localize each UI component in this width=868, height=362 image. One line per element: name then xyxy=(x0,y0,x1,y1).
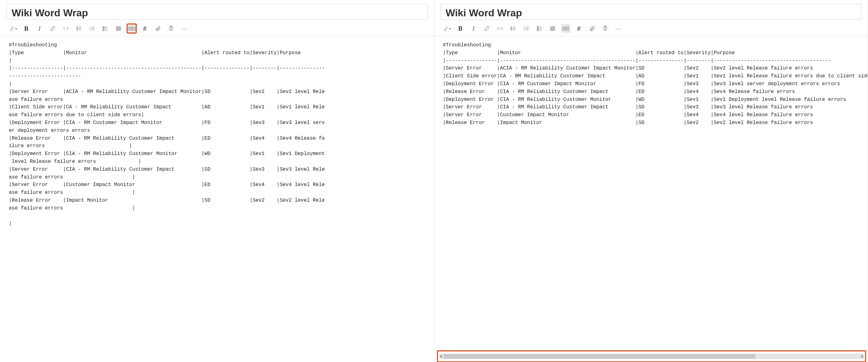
toolbar: ▾ B I 123 Abc # ··· xyxy=(0,21,434,36)
more-button[interactable]: ··· xyxy=(614,24,623,33)
title-input[interactable]: Wiki Word Wrap xyxy=(440,4,862,20)
code-button[interactable] xyxy=(496,24,504,33)
toolbar: ▾ B I 123 Abc # ··· xyxy=(434,21,868,36)
italic-button[interactable]: I xyxy=(469,24,478,33)
editor-text[interactable]: #Troubleshooting |Type |Monitor |Alert r… xyxy=(434,36,868,132)
svg-point-29 xyxy=(510,29,511,30)
svg-point-25 xyxy=(510,27,511,27)
abc-icon: Abc xyxy=(562,27,569,30)
editor-content-area[interactable]: #Troubleshooting |Type |Monitor |Alert r… xyxy=(434,36,868,362)
paste-markdown-button[interactable] xyxy=(167,24,176,33)
title-input[interactable]: Wiki Word Wrap xyxy=(6,4,428,20)
paste-markdown-button[interactable] xyxy=(601,24,610,33)
horizontal-scrollbar[interactable] xyxy=(439,354,864,359)
svg-point-0 xyxy=(77,27,78,27)
bold-button[interactable]: B xyxy=(456,24,465,33)
numbered-list-button[interactable]: 123 xyxy=(522,24,531,33)
editor-content-area[interactable]: #Troubleshooting |Type |Monitor |Alert r… xyxy=(0,36,434,362)
page-title: Wiki Word Wrap xyxy=(11,7,422,19)
page-title: Wiki Word Wrap xyxy=(446,7,857,19)
editor-pane-right: Wiki Word Wrap ▾ B I 123 Abc # ··· #Trou… xyxy=(434,0,868,362)
bold-button[interactable]: B xyxy=(22,24,31,33)
checklist-button[interactable] xyxy=(535,24,544,33)
link-button[interactable] xyxy=(48,24,57,33)
attach-button[interactable] xyxy=(154,24,162,33)
mention-hash-button[interactable]: # xyxy=(141,24,149,33)
svg-rect-39 xyxy=(537,28,538,29)
bullet-list-button[interactable] xyxy=(509,24,518,33)
svg-rect-37 xyxy=(537,26,538,28)
svg-point-4 xyxy=(77,29,78,30)
bullet-list-button[interactable] xyxy=(74,24,83,33)
checklist-button[interactable] xyxy=(101,24,110,33)
svg-text:3: 3 xyxy=(90,29,91,31)
svg-rect-43 xyxy=(551,27,555,30)
link-button[interactable] xyxy=(483,24,491,33)
editor-pane-left: Wiki Word Wrap ▾ B I 123 Abc # ··· #Trou… xyxy=(0,0,434,362)
svg-point-2 xyxy=(77,28,78,29)
word-wrap-button[interactable]: Abc xyxy=(127,24,136,33)
italic-button[interactable]: I xyxy=(35,24,44,33)
svg-rect-12 xyxy=(103,26,104,28)
svg-rect-41 xyxy=(537,30,538,31)
svg-point-27 xyxy=(510,28,511,29)
attach-button[interactable] xyxy=(588,24,596,33)
table-button[interactable] xyxy=(114,24,123,33)
format-dropdown[interactable]: ▾ xyxy=(9,24,18,33)
svg-rect-18 xyxy=(116,27,121,30)
word-wrap-button[interactable]: Abc xyxy=(561,24,570,33)
editor-text[interactable]: #Troubleshooting |Type |Monitor |Alert r… xyxy=(0,36,434,233)
horizontal-scrollbar-highlight xyxy=(438,351,866,361)
numbered-list-button[interactable]: 123 xyxy=(88,24,97,33)
svg-rect-14 xyxy=(103,28,104,29)
svg-rect-16 xyxy=(103,30,104,31)
code-button[interactable] xyxy=(61,24,70,33)
scrollbar-thumb[interactable] xyxy=(443,354,860,359)
abc-icon: Abc xyxy=(128,27,135,30)
table-button[interactable] xyxy=(548,24,557,33)
svg-text:3: 3 xyxy=(524,29,524,31)
more-button[interactable]: ··· xyxy=(180,24,189,33)
format-dropdown[interactable]: ▾ xyxy=(443,24,452,33)
mention-hash-button[interactable]: # xyxy=(575,24,583,33)
